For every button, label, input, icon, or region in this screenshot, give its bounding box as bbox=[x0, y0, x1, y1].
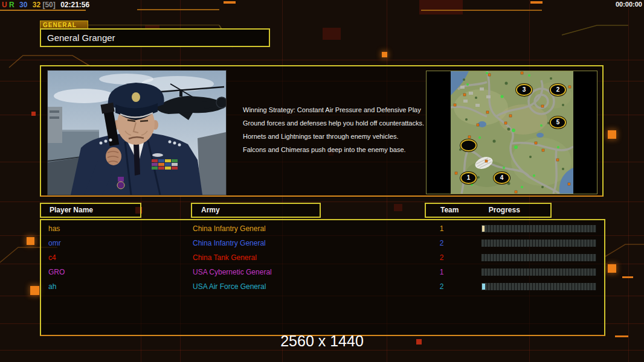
accent-line bbox=[85, 25, 219, 25]
loading-screen: U R 30 32 [50] 02:21:56 00:00:00 GENERAL… bbox=[0, 0, 644, 362]
header-progress: Progress bbox=[489, 206, 520, 214]
clock-value: 02:21:56 bbox=[60, 1, 89, 9]
accent-line bbox=[137, 9, 219, 10]
stat-value: 30 bbox=[19, 1, 27, 9]
player-army: China Infantry General bbox=[193, 239, 392, 247]
progress-bar bbox=[481, 240, 596, 247]
start-position-marker: 2 bbox=[550, 84, 566, 96]
start-position-marker: 1 bbox=[460, 172, 477, 184]
player-team: 1 bbox=[392, 268, 474, 276]
general-info-panel: Winning Strategy: Constant Air Pressure … bbox=[40, 65, 604, 197]
player-list-panel: has China Infantry General 1 omr China I… bbox=[40, 219, 605, 336]
start-position-marker: 3 bbox=[516, 84, 532, 96]
player-army: USA Air Force General bbox=[193, 282, 392, 291]
progress-bar bbox=[481, 283, 596, 290]
strategy-line: Ground forces and defenses help you hold… bbox=[243, 119, 424, 133]
accent-square bbox=[27, 237, 34, 245]
resolution-label: 2560 x 1440 bbox=[0, 332, 644, 350]
strategy-line: Hornets and Lightnings tear through enem… bbox=[243, 133, 424, 146]
player-row: ah USA Air Force General 2 bbox=[41, 279, 604, 294]
stat-value: [50] bbox=[42, 1, 55, 9]
player-name: ah bbox=[41, 282, 193, 291]
accent-dash bbox=[530, 1, 543, 4]
stat-value: 32 bbox=[33, 1, 40, 9]
map-preview: 3 2 5 1 4 bbox=[426, 71, 597, 194]
player-name: c4 bbox=[41, 253, 193, 262]
grid-line bbox=[0, 202, 644, 202]
stat-value: U bbox=[2, 1, 7, 9]
progress-bar bbox=[481, 254, 596, 261]
player-army: China Tank General bbox=[193, 253, 392, 262]
accent-square bbox=[608, 264, 616, 273]
map-image: 3 2 5 1 4 bbox=[451, 71, 573, 194]
general-portrait-image bbox=[48, 71, 226, 195]
progress-bar bbox=[481, 268, 596, 276]
start-position-marker: 5 bbox=[550, 116, 566, 129]
player-team: 2 bbox=[392, 282, 474, 291]
general-portrait bbox=[47, 70, 227, 195]
progress-fill bbox=[482, 284, 485, 290]
header-army: Army bbox=[191, 203, 321, 218]
grid-line bbox=[0, 60, 644, 60]
accent-square bbox=[31, 112, 36, 116]
accent-dash bbox=[622, 276, 633, 278]
player-team: 1 bbox=[392, 224, 474, 233]
general-name-box: General Granger bbox=[40, 28, 270, 47]
accent-square bbox=[382, 52, 387, 57]
player-row: c4 China Tank General 2 bbox=[41, 250, 604, 265]
player-name: GRO bbox=[41, 268, 193, 276]
match-timer: 00:00:00 bbox=[616, 1, 642, 8]
accent-block bbox=[323, 28, 341, 40]
player-team: 2 bbox=[392, 253, 474, 262]
accent-dash bbox=[224, 1, 236, 4]
accent-block bbox=[419, 0, 463, 14]
header-team: Team bbox=[440, 206, 459, 214]
grid-line bbox=[0, 350, 644, 351]
player-row: omr China Infantry General 2 bbox=[41, 236, 604, 250]
player-name: omr bbox=[41, 239, 193, 247]
player-row: GRO USA Cybernetic General 1 bbox=[41, 265, 604, 279]
accent-square bbox=[608, 130, 616, 139]
player-row: has China Infantry General 1 bbox=[41, 221, 604, 236]
start-position-marker: 4 bbox=[494, 172, 510, 184]
accent-block bbox=[394, 204, 402, 211]
header-player-name: Player Name bbox=[40, 203, 141, 218]
strategy-line: Winning Strategy: Constant Air Pressure … bbox=[243, 106, 424, 119]
stat-value: R bbox=[9, 1, 14, 9]
player-army: China Infantry General bbox=[193, 224, 392, 233]
player-team: 2 bbox=[392, 239, 474, 247]
player-name: has bbox=[41, 224, 193, 233]
debug-stats: U R 30 32 [50] 02:21:56 bbox=[2, 1, 92, 9]
progress-bar bbox=[481, 225, 596, 232]
progress-fill bbox=[482, 226, 485, 232]
strategy-line: Falcons and Chimeras push deep into the … bbox=[243, 146, 424, 159]
start-position-marker bbox=[460, 139, 477, 151]
accent-line bbox=[421, 10, 542, 11]
strategy-text: Winning Strategy: Constant Air Pressure … bbox=[243, 106, 424, 159]
accent-line bbox=[0, 10, 86, 11]
player-army: USA Cybernetic General bbox=[193, 268, 392, 276]
grid-line bbox=[628, 0, 629, 362]
accent-square bbox=[30, 286, 39, 295]
header-team-progress: Team Progress bbox=[425, 203, 552, 218]
